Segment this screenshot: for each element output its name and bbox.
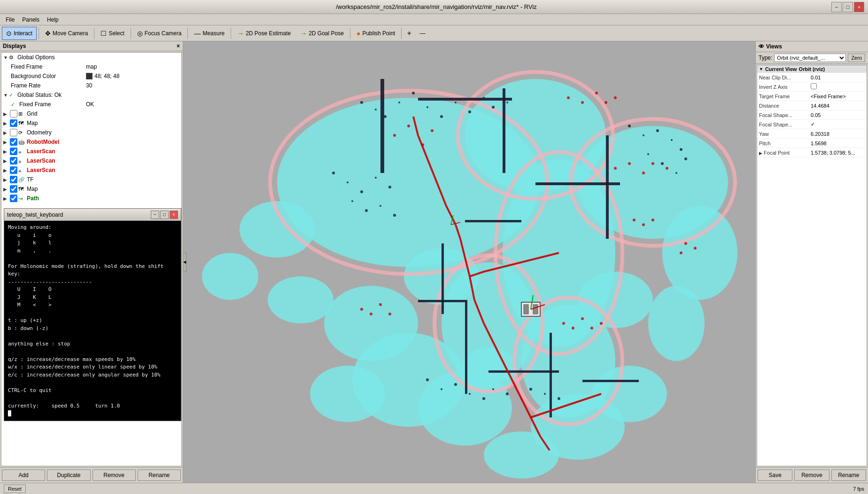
tree-item-global-status[interactable]: ▼ ✓ Global Status: Ok bbox=[1, 90, 181, 100]
teleop-minimize-button[interactable]: − bbox=[151, 211, 159, 219]
tree-item-fixed-frame-status[interactable]: ✓ Fixed Frame OK bbox=[1, 100, 181, 109]
move-camera-button[interactable]: ✥ Move Camera bbox=[41, 27, 92, 40]
views-prop-yaw[interactable]: Yaw 6.20318 bbox=[757, 129, 867, 139]
publish-point-label: Publish Point bbox=[362, 30, 395, 37]
laserscan2-checkbox[interactable] bbox=[10, 157, 17, 165]
views-tree[interactable]: ▼ Current View Orbit (rviz) Near Clip Di… bbox=[757, 65, 867, 466]
tree-item-laserscan-1[interactable]: ▶ ⟁ LaserScan bbox=[1, 147, 181, 156]
add-display-button[interactable]: + bbox=[403, 27, 414, 40]
left-panel-collapse-handle[interactable]: ◀ bbox=[183, 253, 186, 272]
maximize-button[interactable]: □ bbox=[843, 2, 853, 12]
current-view-section[interactable]: ▼ Current View Orbit (rviz) bbox=[757, 65, 867, 73]
yaw-value: 6.20318 bbox=[811, 131, 865, 137]
tree-item-tf[interactable]: ▶ 🔗 TF bbox=[1, 175, 181, 184]
map2-arrow[interactable]: ▶ bbox=[3, 187, 9, 192]
menu-file[interactable]: File bbox=[2, 16, 18, 24]
toolbar-sep-4 bbox=[187, 28, 188, 39]
fixed-frame-status-value: OK bbox=[86, 101, 179, 108]
save-button[interactable]: Save bbox=[758, 470, 792, 481]
robotmodel-arrow[interactable]: ▶ bbox=[3, 140, 9, 145]
views-remove-button[interactable]: Remove bbox=[794, 470, 829, 481]
bg-color-label: Background Color bbox=[11, 73, 56, 79]
current-view-arrow[interactable]: ▼ bbox=[759, 67, 763, 71]
views-rename-button[interactable]: Rename bbox=[831, 470, 866, 481]
views-prop-focal-shape-1[interactable]: Focal Shape... 0.05 bbox=[757, 110, 867, 120]
teleop-line-16: CTRL-C to quit bbox=[8, 387, 177, 395]
global-options-arrow[interactable]: ▼ bbox=[3, 55, 9, 60]
teleop-controls[interactable]: − □ × bbox=[151, 211, 178, 219]
rviz-map-view[interactable] bbox=[183, 41, 755, 483]
title-bar: /workspaces/mir_ros2/install/share/mir_n… bbox=[0, 0, 868, 14]
laserscan1-arrow[interactable]: ▶ bbox=[3, 149, 9, 154]
grid-checkbox[interactable] bbox=[10, 110, 17, 118]
views-type-select[interactable]: Orbit (rviz_default_... bbox=[774, 54, 846, 62]
path-arrow[interactable]: ▶ bbox=[3, 196, 9, 201]
tree-item-frame-rate[interactable]: Frame Rate 30 bbox=[1, 81, 181, 90]
window-controls[interactable]: − □ × bbox=[831, 2, 864, 12]
minimize-button[interactable]: − bbox=[831, 2, 842, 12]
invert-z-checkbox[interactable] bbox=[811, 83, 817, 89]
extra-button[interactable]: — bbox=[416, 27, 430, 40]
tree-item-laserscan-3[interactable]: ▶ ⟁ LaserScan bbox=[1, 165, 181, 175]
views-prop-target-frame[interactable]: Target Frame <Fixed Frame> bbox=[757, 92, 867, 101]
tf-checkbox[interactable] bbox=[10, 176, 17, 183]
global-status-arrow[interactable]: ▼ bbox=[3, 93, 9, 98]
odometry-checkbox[interactable] bbox=[10, 129, 17, 136]
odometry-arrow[interactable]: ▶ bbox=[3, 130, 9, 135]
tree-item-map-2[interactable]: ▶ 🗺 Map bbox=[1, 184, 181, 194]
displays-title: Displays bbox=[3, 43, 26, 49]
displays-close-button[interactable]: × bbox=[177, 43, 180, 49]
tree-item-robotmodel[interactable]: ▶ 🤖 RobotModel bbox=[1, 137, 181, 147]
reset-button[interactable]: Reset bbox=[4, 485, 26, 493]
close-button[interactable]: × bbox=[854, 2, 864, 12]
add-button[interactable]: Add bbox=[2, 470, 45, 481]
select-button[interactable]: ☐ Select bbox=[96, 27, 128, 40]
teleop-window: teleop_twist_keyboard − □ × Moving aroun… bbox=[4, 208, 181, 421]
tf-arrow[interactable]: ▶ bbox=[3, 177, 9, 182]
menu-panels[interactable]: Panels bbox=[18, 16, 43, 24]
views-prop-pitch[interactable]: Pitch 1.5698 bbox=[757, 139, 867, 148]
laserscan3-arrow[interactable]: ▶ bbox=[3, 168, 9, 173]
publish-point-button[interactable]: ● Publish Point bbox=[352, 27, 400, 40]
map-checkbox[interactable] bbox=[10, 119, 17, 127]
svg-point-98 bbox=[388, 313, 391, 315]
grid-arrow[interactable]: ▶ bbox=[3, 111, 9, 117]
goal-pose-button[interactable]: → 2D Goal Pose bbox=[296, 27, 348, 40]
map-arrow[interactable]: ▶ bbox=[3, 121, 9, 126]
laserscan3-checkbox[interactable] bbox=[10, 166, 17, 174]
laserscan1-checkbox[interactable] bbox=[10, 148, 17, 155]
pose-estimate-button[interactable]: → 2D Pose Estimate bbox=[233, 27, 295, 40]
tree-item-map[interactable]: ▶ 🗺 Map bbox=[1, 118, 181, 128]
views-prop-distance[interactable]: Distance 14.4684 bbox=[757, 101, 867, 110]
focus-camera-button[interactable]: ◎ Focus Camera bbox=[133, 27, 186, 40]
teleop-maximize-button[interactable]: □ bbox=[160, 211, 169, 219]
interact-icon: ⊙ bbox=[6, 30, 12, 37]
map2-checkbox[interactable] bbox=[10, 185, 17, 193]
duplicate-button[interactable]: Duplicate bbox=[47, 470, 90, 481]
tree-item-global-options[interactable]: ▼ ⚙ Global Options bbox=[1, 53, 181, 62]
laserscan2-arrow[interactable]: ▶ bbox=[3, 158, 9, 164]
tree-item-odometry[interactable]: ▶ ⟳ Odometry bbox=[1, 128, 181, 137]
tree-item-bg-color[interactable]: Background Color 48; 48; 48 bbox=[1, 71, 181, 81]
remove-button[interactable]: Remove bbox=[93, 470, 136, 481]
path-checkbox[interactable] bbox=[10, 195, 17, 202]
svg-point-52 bbox=[332, 172, 335, 174]
measure-button[interactable]: ― Measure bbox=[190, 27, 229, 40]
tree-item-fixed-frame[interactable]: Fixed Frame map bbox=[1, 62, 181, 71]
robotmodel-checkbox[interactable] bbox=[10, 138, 17, 146]
focal-point-arrow[interactable]: ▶ bbox=[759, 151, 762, 156]
menu-help[interactable]: Help bbox=[43, 16, 62, 24]
tree-item-grid[interactable]: ▶ ⊞ Grid bbox=[1, 109, 181, 118]
views-prop-near-clip[interactable]: Near Clip Di... 0.01 bbox=[757, 73, 867, 82]
views-prop-invert-z[interactable]: Invert Z Axis bbox=[757, 82, 867, 92]
views-prop-focal-shape-2[interactable]: Focal Shape... ✓ bbox=[757, 120, 867, 129]
tree-item-laserscan-2[interactable]: ▶ ⟁ LaserScan bbox=[1, 156, 181, 165]
bg-color-value: 48; 48; 48 bbox=[86, 73, 179, 79]
center-viewport[interactable] bbox=[183, 41, 755, 483]
teleop-close-button[interactable]: × bbox=[170, 211, 178, 219]
tree-item-path[interactable]: ▶ ↝ Path bbox=[1, 194, 181, 203]
views-zero-button[interactable]: Zero bbox=[848, 54, 865, 62]
interact-button[interactable]: ⊙ Interact bbox=[2, 27, 37, 40]
rename-button[interactable]: Rename bbox=[138, 470, 181, 481]
views-prop-focal-point[interactable]: ▶ Focal Point 1.5738; 3.0798; 5... bbox=[757, 148, 867, 157]
